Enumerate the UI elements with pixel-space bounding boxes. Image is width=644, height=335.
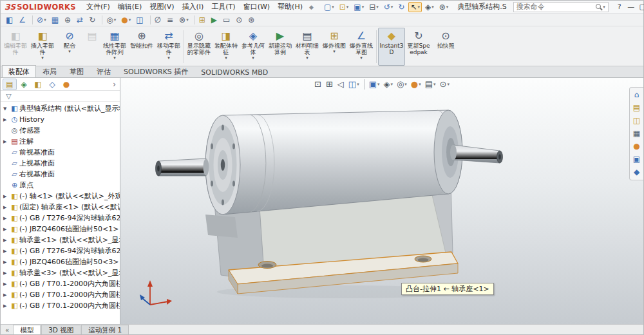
quickbar-button[interactable]: ⊛ ▾ [437, 2, 451, 12]
toolbar-button[interactable]: ≡ [165, 15, 176, 24]
quickbar-button[interactable]: ↻ [396, 2, 407, 12]
toolbar-button[interactable]: ◎ ▾ [102, 15, 118, 24]
maximize-icon[interactable]: ▢ [637, 3, 644, 11]
expand-arrow-icon[interactable]: ▶ [3, 260, 10, 265]
expand-arrow-icon[interactable]: ▶ [3, 205, 10, 210]
tree-item[interactable]: ▶ ◧ 轴承盖<3> (默认<<默认>_显示状 [1, 267, 120, 278]
toolbar-button[interactable]: ⊙ [234, 15, 245, 24]
ribbon-button[interactable] [376, 30, 377, 63]
quickbar-button[interactable]: ◈ ▾ [423, 2, 436, 12]
tree-item[interactable]: ▶ ◧ (-) GB / T276-94深沟球轴承6210-2 [1, 213, 120, 224]
ribbon-button[interactable]: ∠ 爆炸直线草图 ▾ [348, 28, 375, 66]
expand-arrow-icon[interactable]: ▶ [3, 139, 10, 144]
toolbar-button[interactable]: ⊞ [194, 15, 208, 24]
filter-funnel-icon[interactable]: ▽ [4, 92, 14, 100]
expand-arrow-icon[interactable]: ▶ [3, 227, 10, 232]
ribbon-button[interactable]: ◆ Instant3D [378, 28, 405, 66]
expand-arrow-icon[interactable]: ▶ [3, 249, 10, 254]
tree-item[interactable]: ▱ 上视基准面 [1, 158, 120, 169]
expand-arrow-icon[interactable]: ▶ [3, 282, 10, 287]
quickbar-button[interactable]: ↺ ▾ [382, 2, 395, 12]
tree-item[interactable]: ▶ ▤ 注解 [1, 136, 120, 147]
expand-arrow-icon[interactable]: ▶ [3, 194, 10, 199]
menu-item[interactable]: 文件(F) [82, 2, 114, 12]
tree-item[interactable]: ▶ ◧ 轴承盖<1> (默认<<默认>_显示状 [1, 235, 120, 245]
ribbon-button[interactable]: ⊙ 拍快照 [432, 28, 459, 66]
statusbar-tab[interactable]: 模型 [13, 325, 41, 334]
view-palette-icon[interactable]: ▦ [633, 129, 640, 138]
toolbar-button[interactable]: ⊘ ▾ [32, 15, 48, 24]
expand-arrow-icon[interactable]: ▼ [3, 106, 10, 111]
ribbon-button[interactable]: ↻ 更新Speedpak [405, 28, 432, 66]
menu-item[interactable]: 插入(I) [178, 2, 207, 12]
quickbar-button[interactable]: ⊟ ▾ [367, 2, 381, 12]
command-tab[interactable]: 评估 [90, 65, 117, 77]
design-library-icon[interactable]: ▤ [633, 104, 640, 112]
toolbar-button[interactable]: ◧ [4, 15, 15, 24]
expand-arrow-icon[interactable]: ▶ [3, 238, 10, 243]
tree-item[interactable]: ▱ 右视基准面 [1, 169, 120, 180]
custom-properties-icon[interactable]: ▣ [633, 155, 640, 164]
minimize-icon[interactable]: — [625, 3, 637, 11]
toolbar-button[interactable]: ⇄ [75, 15, 86, 24]
quickbar-button[interactable]: ▢ ▾ [322, 2, 336, 12]
tree-item[interactable]: ▶ ◧ (-) GB / T70.1-2000内六角圆柱头 [1, 289, 120, 300]
ribbon-button[interactable]: ◧ 插入零部件 ▾ [29, 28, 56, 66]
toolbar-button[interactable]: ∠ [17, 15, 28, 24]
ribbon-button[interactable]: ▤ 材料明细表 ▾ [294, 28, 321, 66]
statusbar-tab[interactable]: 运动算例 1 [81, 325, 129, 334]
propertymanager-tab-icon[interactable]: ◈ [17, 79, 31, 90]
tree-item[interactable]: ▶ ◧ (-) JBZQ4606毡圈油封50<1> (默 [1, 224, 120, 235]
tree-item[interactable]: ▶ ◧ (-) GB / T276-94深沟球轴承6210-2 [1, 245, 120, 256]
toolbar-button[interactable]: ∅ [150, 15, 164, 24]
ribbon-button[interactable]: ◈ 参考几何体 ▾ [240, 28, 267, 66]
ribbon-button[interactable]: ◨ 装配体特征 ▾ [213, 28, 240, 66]
menu-item[interactable]: 窗口(W) [240, 2, 274, 12]
help-icon[interactable]: ? [614, 3, 625, 11]
search-icon[interactable] [596, 4, 601, 9]
statusbar-tab[interactable]: 3D 视图 [41, 325, 80, 334]
toolbar-button[interactable]: ▦ [50, 15, 61, 24]
file-explorer-icon[interactable]: ◫ [633, 117, 640, 125]
search-box[interactable]: ▾ [513, 2, 609, 12]
displaymanager-tab-icon[interactable]: ● [59, 79, 73, 90]
ribbon-button[interactable]: ⊘ 配合 ▾ [56, 28, 83, 66]
tree-item-root[interactable]: ▼ ◧ 典型轴系结构 (默认<默认_显示状态-1>) [1, 103, 120, 114]
solidworks-resources-icon[interactable]: ⌂ [634, 91, 639, 99]
ribbon-button[interactable] [184, 30, 184, 63]
menu-item[interactable]: 帮助(H) [274, 2, 307, 12]
command-tab[interactable]: 草图 [63, 65, 90, 77]
expand-arrow-icon[interactable]: ▶ [3, 216, 10, 221]
command-tab[interactable]: 装配体 [2, 65, 36, 77]
hud-button[interactable]: ● ▾ [409, 79, 423, 90]
tree-item[interactable]: ▱ 前视基准面 [1, 147, 120, 158]
shaft-left[interactable] [156, 158, 209, 176]
hud-button[interactable]: ◎ ▾ [395, 79, 409, 90]
configurationmanager-tab-icon[interactable]: ◧ [31, 79, 45, 90]
tree-item[interactable]: ▶ ◧ (-) GB / T70.1-2000内六角圆柱头 [1, 300, 120, 311]
tree-item[interactable]: ▶ ◧ (-) JBZQ4606毡圈油封50<3> (默认 [1, 256, 120, 267]
toolbar-button[interactable]: ▭ [221, 15, 232, 24]
quickbar-button[interactable]: ↖ ▾ [408, 2, 422, 12]
hud-button[interactable]: ⊞ [324, 79, 336, 90]
hud-button[interactable]: ◁ [336, 79, 346, 90]
tree-item[interactable]: ⊕ 原点 [1, 180, 120, 191]
ribbon-button[interactable]: ◧ 编辑零部件 [2, 28, 29, 66]
toolbar-button[interactable]: ● ▾ [119, 15, 133, 24]
expand-arrow-icon[interactable]: ▶ [3, 271, 10, 276]
toolbar-button[interactable]: ◫ [134, 15, 146, 24]
panel-flyout-arrow-icon[interactable]: › [111, 80, 118, 89]
expand-arrow-icon[interactable]: ▶ [3, 292, 10, 298]
hud-button[interactable]: ▣ ▾ [364, 79, 382, 90]
ribbon-button[interactable]: ⇄ 移动零部件 ▾ [155, 28, 182, 66]
forum-icon[interactable]: ◆ [634, 168, 639, 177]
appearances-icon[interactable]: ● [633, 142, 639, 151]
menu-item[interactable]: 视图(V) [146, 2, 178, 12]
hud-button[interactable]: ▤ ▾ [423, 79, 438, 90]
featuremanager-tab-icon[interactable]: ▤ [3, 79, 17, 90]
hud-button[interactable]: ⊙ ▾ [438, 79, 451, 90]
ribbon-button[interactable]: ⊞ 爆炸视图 ▾ [321, 28, 348, 66]
quickbar-button[interactable]: ⊡ ▾ [337, 2, 351, 12]
tree-item[interactable]: ◎ 传感器 [1, 125, 120, 136]
ribbon-button[interactable]: ▶ 新建运动算例 [267, 28, 294, 66]
